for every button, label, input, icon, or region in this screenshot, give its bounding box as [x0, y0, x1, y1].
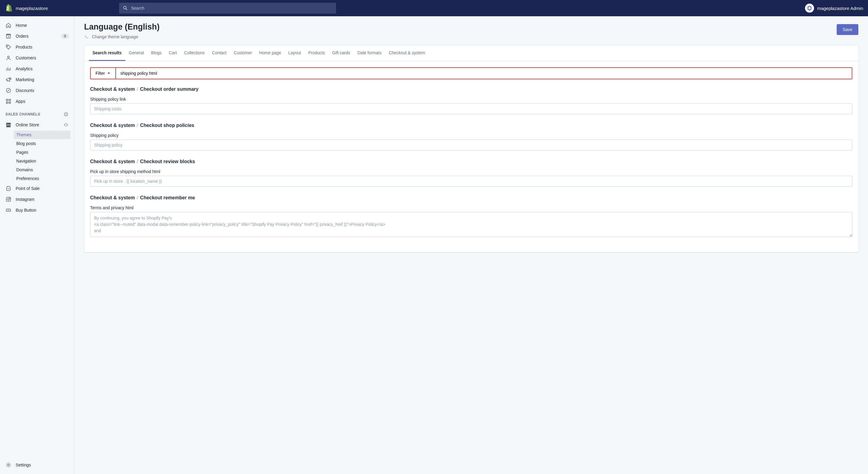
subitem-themes[interactable]: Themes — [14, 130, 70, 139]
subitem-navigation[interactable]: Navigation — [14, 157, 70, 165]
field-label: Terms and privacy html — [90, 205, 852, 210]
filter-button-label: Filter — [96, 71, 105, 76]
sidebar-item-instagram[interactable]: Instagram — [0, 194, 74, 205]
section-title-text: SALES CHANNELS — [5, 112, 40, 116]
sidebar-label: Discounts — [16, 88, 34, 93]
caret-down-icon — [107, 72, 110, 75]
subtitle-text: Change theme language — [92, 34, 138, 39]
sidebar-label: Home — [16, 23, 27, 28]
tab-collections[interactable]: Collections — [181, 46, 208, 61]
tabs: Search results General Blogs Cart Collec… — [84, 46, 858, 61]
sidebar-label: Settings — [16, 463, 31, 467]
heading-a: Checkout & system — [90, 195, 135, 200]
section-heading: Checkout & system / Checkout remember me — [90, 195, 852, 201]
subitem-pages[interactable]: Pages — [14, 148, 70, 156]
shopify-icon — [5, 4, 13, 12]
sidebar-label: Customers — [16, 56, 36, 60]
heading-sep: / — [137, 87, 140, 92]
sidebar-item-analytics[interactable]: Analytics — [0, 63, 74, 74]
instagram-icon — [5, 196, 11, 202]
subitem-domains[interactable]: Domains — [14, 166, 70, 174]
subitem-blog-posts[interactable]: Blog posts — [14, 139, 70, 148]
tab-customer[interactable]: Customer — [230, 46, 256, 61]
heading-b: Checkout remember me — [140, 195, 195, 200]
topbar-search — [119, 3, 336, 13]
change-language-link[interactable]: Change theme language — [84, 34, 160, 39]
analytics-icon — [5, 66, 11, 72]
sidebar-item-discounts[interactable]: Discounts — [0, 85, 74, 96]
page-title: Language (English) — [84, 22, 160, 32]
gear-icon — [5, 462, 11, 468]
tab-gift-cards[interactable]: Gift cards — [329, 46, 354, 61]
sidebar-item-marketing[interactable]: Marketing — [0, 74, 74, 85]
shipping-policy-input[interactable] — [90, 140, 852, 150]
sidebar-item-home[interactable]: Home — [0, 20, 74, 31]
eye-icon[interactable] — [63, 122, 69, 127]
terms-privacy-textarea[interactable] — [90, 212, 852, 237]
avatar-icon — [807, 5, 812, 11]
section-order-summary: Checkout & system / Checkout order summa… — [90, 87, 852, 114]
save-button[interactable]: Save — [837, 24, 858, 35]
card-body: Filter Checkout & system / Checkout orde… — [84, 61, 858, 253]
tab-products[interactable]: Products — [305, 46, 329, 61]
shipping-policy-link-input[interactable] — [90, 103, 852, 114]
heading-a: Checkout & system — [90, 123, 135, 128]
sidebar-item-customers[interactable]: Customers — [0, 53, 74, 63]
translate-icon — [84, 34, 90, 39]
sidebar-label: Apps — [16, 99, 25, 104]
tab-contact[interactable]: Contact — [208, 46, 230, 61]
apps-icon — [5, 98, 11, 104]
field-label: Shipping policy link — [90, 97, 852, 101]
section-remember-me: Checkout & system / Checkout remember me… — [90, 195, 852, 238]
app-body: Home Orders 9 Products Customers Analyti… — [0, 16, 868, 474]
sidebar-item-settings[interactable]: Settings — [0, 460, 74, 470]
topbar-user[interactable]: mageplazastore Admin — [805, 4, 863, 13]
sidebar-label: Online Store — [16, 122, 39, 127]
sidebar-label: Orders — [16, 34, 29, 38]
heading-sep: / — [137, 159, 140, 164]
sidebar-item-buy-button[interactable]: Buy Button — [0, 205, 74, 215]
subitem-preferences[interactable]: Preferences — [14, 174, 70, 183]
buy-button-icon — [5, 207, 11, 213]
sidebar-label: Instagram — [16, 197, 34, 202]
tab-layout[interactable]: Layout — [285, 46, 305, 61]
topbar-logo[interactable]: mageplazastore — [5, 4, 48, 12]
pos-icon — [5, 185, 11, 191]
tab-home-page[interactable]: Home page — [255, 46, 284, 61]
sidebar-item-online-store[interactable]: Online Store — [0, 119, 74, 130]
sidebar-item-pos[interactable]: Point of Sale — [0, 183, 74, 194]
pickup-method-input[interactable] — [90, 176, 852, 187]
tab-checkout-system[interactable]: Checkout & system — [385, 46, 429, 61]
svg-point-9 — [7, 199, 9, 200]
search-input[interactable] — [119, 3, 336, 13]
topbar: mageplazastore mageplazastore Admin — [0, 0, 868, 16]
page-header: Language (English) Change theme language… — [84, 22, 858, 39]
filter-button[interactable]: Filter — [91, 68, 116, 79]
sidebar-item-products[interactable]: Products — [0, 41, 74, 53]
field-label: Shipping policy — [90, 133, 852, 138]
sidebar-item-apps[interactable]: Apps — [0, 96, 74, 107]
section-heading: Checkout & system / Checkout order summa… — [90, 87, 852, 92]
sidebar-label: Products — [16, 45, 32, 50]
section-heading: Checkout & system / Checkout shop polici… — [90, 123, 852, 128]
tab-general[interactable]: General — [125, 46, 148, 61]
heading-sep: / — [137, 123, 140, 128]
field-label: Pick up in store shipping method html — [90, 169, 852, 174]
svg-point-1 — [7, 56, 9, 58]
tab-date-formats[interactable]: Date formats — [354, 46, 385, 61]
heading-b: Checkout shop policies — [140, 123, 194, 128]
marketing-icon — [5, 77, 11, 83]
filter-row: Filter — [90, 67, 852, 79]
svg-point-12 — [7, 464, 9, 466]
tab-cart[interactable]: Cart — [165, 46, 180, 61]
tab-search-results[interactable]: Search results — [89, 46, 125, 61]
svg-rect-4 — [9, 99, 10, 101]
tab-blogs[interactable]: Blogs — [147, 46, 165, 61]
filter-input[interactable] — [116, 68, 852, 79]
sidebar-label: Analytics — [16, 66, 33, 71]
store-icon — [5, 122, 11, 128]
sidebar-item-orders[interactable]: Orders 9 — [0, 31, 74, 41]
language-card: Search results General Blogs Cart Collec… — [84, 46, 858, 253]
heading-b: Checkout review blocks — [140, 159, 195, 164]
add-channel-icon[interactable] — [63, 112, 69, 117]
